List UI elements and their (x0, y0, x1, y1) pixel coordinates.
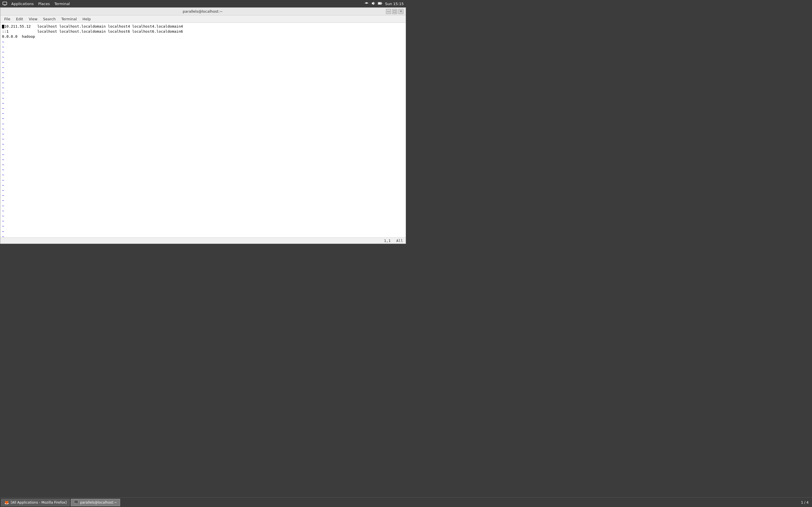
scroll-position: All (396, 238, 403, 243)
tilde-line: ~ (2, 96, 404, 101)
system-time: Sun 15:15 (385, 2, 404, 6)
tilde-line: ~ (2, 91, 404, 96)
tilde-line: ~ (2, 40, 404, 45)
tilde-line: ~ (2, 75, 404, 80)
minimize-button[interactable]: — (386, 9, 391, 14)
tilde-line: ~ (2, 121, 404, 126)
tilde-line: ~ (2, 101, 404, 106)
tilde-line: ~ (2, 50, 404, 55)
system-bar: Applications Places Terminal (0, 0, 406, 7)
system-app-icon (2, 1, 7, 6)
tilde-line: ~ (2, 162, 404, 167)
tilde-line: ~ (2, 172, 404, 177)
terminal-window: parallels@localhost:~ — □ ✕ File Edit Vi… (0, 7, 406, 244)
svg-rect-6 (378, 3, 381, 4)
system-bar-left: Applications Places Terminal (2, 1, 72, 6)
cursor-position: 1,1 (384, 238, 391, 243)
svg-marker-3 (372, 2, 374, 5)
cursor (2, 25, 4, 29)
menu-view[interactable]: View (26, 16, 40, 22)
system-menu-terminal[interactable]: Terminal (52, 1, 72, 6)
terminal-title: parallels@localhost:~ (19, 9, 386, 13)
tilde-line: ~ (2, 229, 404, 234)
tilde-line: ~ (2, 188, 404, 193)
tilde-line: ~ (2, 65, 404, 70)
tilde-line: ~ (2, 203, 404, 209)
tilde-line: ~ (2, 131, 404, 136)
menu-help[interactable]: Help (80, 16, 94, 22)
svg-rect-5 (382, 3, 382, 4)
tilde-line: ~ (2, 234, 404, 237)
tilde-line: ~ (2, 193, 404, 198)
tilde-line: ~ (2, 86, 404, 91)
terminal-statusbar: 1,1 All (0, 237, 406, 244)
tilde-line: ~ (2, 70, 404, 75)
volume-icon (371, 1, 375, 6)
tilde-line: ~ (2, 111, 404, 116)
svg-rect-0 (3, 2, 7, 5)
terminal-titlebar: parallels@localhost:~ — □ ✕ (0, 8, 406, 15)
system-menu-applications[interactable]: Applications (9, 1, 36, 6)
network-icon (364, 1, 369, 6)
terminal-content-area[interactable]: 10.211.55.12 localhost localhost.localdo… (0, 23, 406, 237)
menu-terminal[interactable]: Terminal (58, 16, 80, 22)
tilde-line: ~ (2, 106, 404, 111)
content-line-3: 0.0.0.0 hadoop (2, 34, 404, 39)
system-bar-right: Sun 15:15 (364, 1, 404, 6)
tilde-line: ~ (2, 55, 404, 60)
tilde-line: ~ (2, 219, 404, 224)
tilde-line: ~ (2, 178, 404, 183)
tilde-line: ~ (2, 147, 404, 152)
tilde-line: ~ (2, 198, 404, 203)
maximize-button[interactable]: □ (392, 9, 397, 14)
tilde-line: ~ (2, 157, 404, 162)
battery-icon (378, 1, 382, 6)
tilde-line: ~ (2, 183, 404, 188)
content-line-2: ::1 localhost localhost.localdomain loca… (2, 29, 404, 34)
svg-rect-1 (4, 5, 6, 5)
menu-search[interactable]: Search (40, 16, 59, 22)
system-menu-places[interactable]: Places (36, 1, 52, 6)
terminal-menu-bar: File Edit View Search Terminal Help (0, 15, 406, 23)
tilde-line: ~ (2, 142, 404, 147)
system-menu: Applications Places Terminal (9, 1, 72, 6)
tilde-line: ~ (2, 116, 404, 121)
tilde-line: ~ (2, 209, 404, 214)
tilde-line: ~ (2, 80, 404, 86)
system-tray-icons (364, 1, 382, 6)
menu-edit[interactable]: Edit (13, 16, 26, 22)
content-line-1: 10.211.55.12 localhost localhost.localdo… (2, 24, 404, 29)
tilde-line: ~ (2, 136, 404, 142)
tilde-line: ~ (2, 224, 404, 229)
menu-file[interactable]: File (1, 16, 13, 22)
tilde-line: ~ (2, 152, 404, 157)
tilde-line: ~ (2, 214, 404, 219)
tilde-line: ~ (2, 167, 404, 172)
tilde-line: ~ (2, 126, 404, 131)
tilde-line: ~ (2, 60, 404, 65)
tilde-line: ~ (2, 45, 404, 50)
titlebar-buttons: — □ ✕ (386, 9, 403, 14)
close-button[interactable]: ✕ (398, 9, 403, 14)
